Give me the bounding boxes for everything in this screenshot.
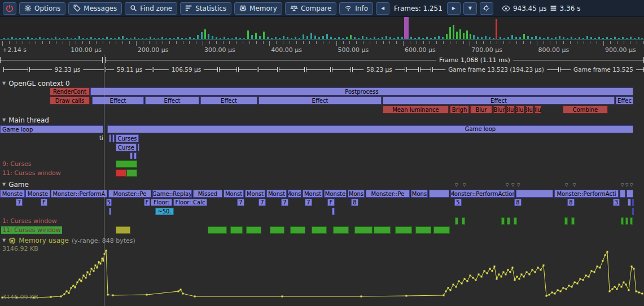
zone[interactable] xyxy=(208,226,227,234)
histogram-bar[interactable] xyxy=(559,36,560,40)
histogram-bar[interactable] xyxy=(449,27,451,40)
histogram-bar[interactable] xyxy=(426,37,428,40)
info-button[interactable]: Info xyxy=(339,2,373,15)
histogram-bar[interactable] xyxy=(527,36,529,40)
histogram-bar[interactable] xyxy=(259,36,261,40)
zone[interactable] xyxy=(564,217,568,225)
frame-marker-segment[interactable]: Game frame 13,523 (194.23 µs) xyxy=(432,67,559,72)
collapse-triangle-icon[interactable]: ▼ xyxy=(2,118,6,123)
zone[interactable]: Effec xyxy=(616,97,633,104)
histogram-bar[interactable] xyxy=(630,37,632,40)
histogram-bar[interactable] xyxy=(511,35,513,40)
message-marker-icon[interactable]: ▽ xyxy=(463,183,466,187)
zone[interactable] xyxy=(312,226,327,234)
histogram-bar[interactable] xyxy=(515,37,517,40)
histogram-bar[interactable] xyxy=(82,38,84,40)
message-marker-icon[interactable]: ▽ xyxy=(625,183,628,187)
histogram-bar[interactable] xyxy=(338,37,340,40)
histogram-bar[interactable] xyxy=(594,38,596,40)
histogram-bar[interactable] xyxy=(299,38,300,40)
zone[interactable]: Curse xyxy=(116,143,137,151)
histogram-bar[interactable] xyxy=(334,38,336,40)
histogram-bar[interactable] xyxy=(51,38,52,40)
histogram-bar[interactable] xyxy=(606,37,608,40)
histogram-bar[interactable] xyxy=(418,37,420,40)
histogram-bar[interactable] xyxy=(35,38,37,40)
histogram-bar[interactable] xyxy=(204,29,206,40)
zone[interactable]: 7 xyxy=(281,199,288,206)
zone[interactable] xyxy=(374,226,391,234)
histogram-bar[interactable] xyxy=(551,38,553,40)
histogram-bar[interactable] xyxy=(485,36,487,40)
messages-button[interactable]: Messages xyxy=(68,2,122,15)
histogram-bar[interactable] xyxy=(39,37,41,40)
zone[interactable] xyxy=(270,226,284,234)
histogram-bar[interactable] xyxy=(185,38,187,40)
histogram-bar[interactable] xyxy=(255,33,257,40)
zone[interactable]: Curses xyxy=(116,134,139,142)
histogram-bar[interactable] xyxy=(638,37,639,40)
zone[interactable] xyxy=(109,208,111,215)
zone[interactable]: Monste xyxy=(25,190,50,198)
histogram-bar[interactable] xyxy=(326,34,328,40)
histogram-bar[interactable] xyxy=(519,37,521,40)
histogram-bar[interactable] xyxy=(212,36,213,40)
zone[interactable] xyxy=(116,160,137,168)
histogram-bar[interactable] xyxy=(165,38,167,40)
histogram-bar[interactable] xyxy=(94,38,96,40)
message-marker-icon[interactable]: ▽ xyxy=(621,183,624,187)
histogram-bar[interactable] xyxy=(330,37,332,40)
zone[interactable]: Blur xyxy=(535,106,541,113)
zone[interactable] xyxy=(507,217,510,225)
histogram-bar[interactable] xyxy=(453,25,454,40)
histogram-bar[interactable] xyxy=(358,38,360,40)
zone[interactable] xyxy=(126,169,137,177)
zone[interactable]: 5 xyxy=(454,199,462,206)
histogram-bar[interactable] xyxy=(122,36,124,40)
histogram-bar[interactable] xyxy=(306,36,308,40)
collapse-triangle-icon[interactable]: ▼ xyxy=(2,238,6,243)
histogram-bar[interactable] xyxy=(239,38,241,40)
zone[interactable] xyxy=(630,217,633,225)
histogram-bar[interactable] xyxy=(134,37,135,40)
histogram-bar[interactable] xyxy=(370,38,371,40)
zone[interactable] xyxy=(455,217,458,225)
histogram-bar[interactable] xyxy=(189,37,191,40)
zone[interactable] xyxy=(230,226,243,234)
histogram-bar[interactable] xyxy=(19,38,21,40)
histogram-bar[interactable] xyxy=(626,38,628,40)
histogram-bar[interactable] xyxy=(59,38,60,40)
prev-frame-button[interactable]: ◀ xyxy=(376,2,389,15)
histogram-bar[interactable] xyxy=(571,37,572,40)
histogram-bar[interactable] xyxy=(126,38,128,40)
zone[interactable]: Monst xyxy=(245,190,265,198)
histogram-bar[interactable] xyxy=(598,37,600,40)
memory-chart[interactable]: 3146.92 KB 3146.09 KB xyxy=(0,244,644,306)
zone[interactable]: Monster::PerformA xyxy=(51,190,107,198)
message-marker-icon[interactable]: ▽ xyxy=(455,183,458,187)
frame-histogram[interactable] xyxy=(0,17,644,41)
histogram-bar[interactable] xyxy=(227,38,229,40)
histogram-bar[interactable] xyxy=(622,37,624,40)
histogram-bar[interactable] xyxy=(55,37,56,40)
histogram-bar[interactable] xyxy=(414,38,416,40)
histogram-bar[interactable] xyxy=(23,38,25,40)
zone[interactable] xyxy=(571,217,575,225)
zone[interactable]: Missed xyxy=(193,190,222,198)
histogram-bar[interactable] xyxy=(146,38,147,40)
histogram-bar[interactable] xyxy=(493,38,494,40)
histogram-bar[interactable] xyxy=(393,38,395,40)
histogram-bar[interactable] xyxy=(161,37,163,40)
histogram-bar[interactable] xyxy=(216,37,217,40)
histogram-bar[interactable] xyxy=(503,38,505,40)
histogram-bar[interactable] xyxy=(459,29,461,40)
histogram-bar[interactable] xyxy=(466,30,468,40)
zone[interactable]: Monster::Pe xyxy=(108,190,151,198)
histogram-bar[interactable] xyxy=(106,37,108,40)
find-zone-button[interactable]: Find zone xyxy=(125,2,177,15)
histogram-bar[interactable] xyxy=(177,37,179,40)
zone[interactable]: Monster::PerformAction xyxy=(450,190,515,198)
histogram-bar[interactable] xyxy=(389,37,391,40)
thread-row-label[interactable]: 11: Curses window xyxy=(2,169,61,177)
zone[interactable]: Blur xyxy=(525,106,533,113)
